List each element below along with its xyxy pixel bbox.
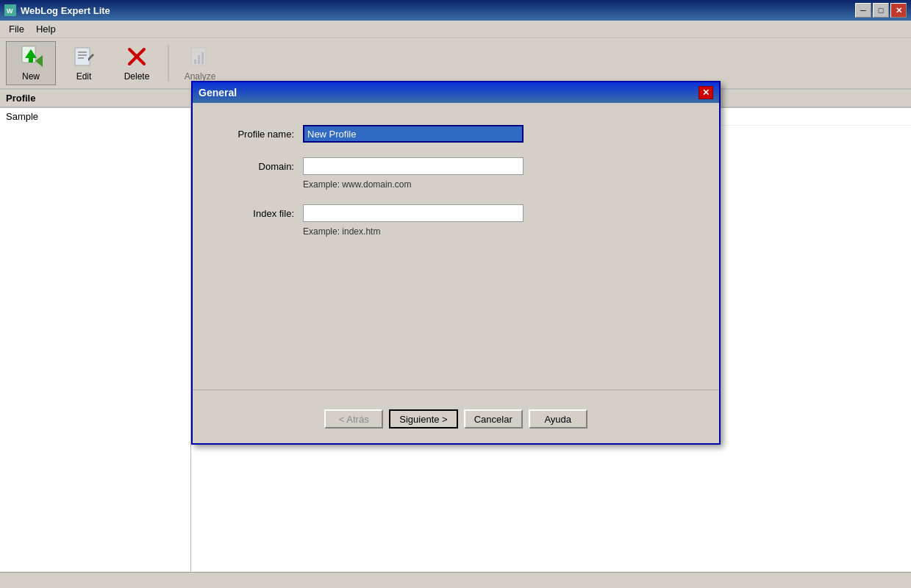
domain-input[interactable] <box>303 157 524 175</box>
status-bar <box>0 572 911 588</box>
dialog-title: General <box>199 87 237 98</box>
edit-icon <box>72 45 96 68</box>
svg-marker-6 <box>35 55 43 67</box>
index-hint: Example: index.htm <box>303 226 690 237</box>
svg-text:W: W <box>7 7 13 15</box>
dialog-separator <box>193 390 719 390</box>
profile-name-input[interactable] <box>303 125 524 143</box>
analyze-label: Analyze <box>185 71 216 82</box>
close-button[interactable]: ✕ <box>890 3 907 18</box>
dialog-titlebar: General ✕ <box>193 82 719 103</box>
index-file-row: Index file: <box>222 204 690 222</box>
delete-label: Delete <box>124 71 150 82</box>
edit-label: Edit <box>76 71 92 82</box>
back-button[interactable]: < Atrás <box>324 409 383 429</box>
title-bar: W WebLog Expert Lite ─ □ ✕ <box>0 0 911 21</box>
index-file-label: Index file: <box>222 208 303 219</box>
new-button[interactable]: New <box>6 41 56 85</box>
edit-button[interactable]: Edit <box>59 41 109 85</box>
delete-button[interactable]: Delete <box>112 41 162 85</box>
domain-label: Domain: <box>222 161 303 172</box>
svg-rect-18 <box>201 52 204 64</box>
minimize-button[interactable]: ─ <box>855 3 871 18</box>
menu-help[interactable]: Help <box>30 22 62 36</box>
dialog-body: Profile name: Domain: Example: www.domai… <box>193 103 719 382</box>
app-icon: W <box>4 4 16 16</box>
title-bar-buttons: ─ □ ✕ <box>855 3 907 18</box>
analyze-button[interactable]: Analyze <box>175 41 225 85</box>
help-button[interactable]: Ayuda <box>529 409 587 429</box>
profile-list-header: Profile <box>0 90 190 108</box>
delete-icon <box>125 45 149 68</box>
profile-name-row: Profile name: <box>222 125 690 143</box>
general-dialog: General ✕ Profile name: Domain: Example:… <box>191 81 721 445</box>
index-file-input[interactable] <box>303 204 524 222</box>
menu-file[interactable]: File <box>3 22 30 36</box>
analyze-icon <box>188 45 212 68</box>
svg-rect-16 <box>194 60 196 64</box>
app-title: WebLog Expert Lite <box>21 5 110 16</box>
menu-bar: File Help <box>0 21 911 38</box>
domain-hint: Example: www.domain.com <box>303 179 690 190</box>
dialog-close-button[interactable]: ✕ <box>699 86 713 99</box>
profile-list: Profile Sample <box>0 90 191 572</box>
toolbar-separator <box>168 45 169 82</box>
svg-rect-17 <box>198 55 200 64</box>
new-icon <box>19 45 43 68</box>
maximize-button[interactable]: □ <box>873 3 889 18</box>
domain-row: Domain: <box>222 157 690 175</box>
new-label: New <box>22 71 40 82</box>
dialog-footer: < Atrás Siguiente > Cancelar Ayuda <box>193 402 719 443</box>
title-bar-left: W WebLog Expert Lite <box>4 4 110 16</box>
next-button[interactable]: Siguiente > <box>389 409 457 429</box>
svg-rect-7 <box>75 48 90 65</box>
profile-name-label: Profile name: <box>222 129 303 140</box>
list-item[interactable]: Sample <box>0 108 190 125</box>
svg-rect-5 <box>29 57 33 62</box>
cancel-button[interactable]: Cancelar <box>464 409 523 429</box>
